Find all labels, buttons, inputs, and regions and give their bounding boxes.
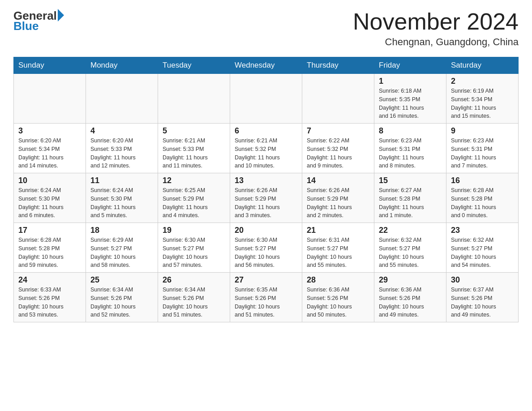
day-number: 3 xyxy=(18,126,81,136)
day-number: 27 xyxy=(235,275,297,285)
day-number: 10 xyxy=(18,176,81,185)
day-number: 8 xyxy=(379,126,442,136)
day-info: Sunrise: 6:34 AM Sunset: 5:26 PM Dayligh… xyxy=(90,286,153,319)
day-number: 28 xyxy=(307,275,369,285)
day-info: Sunrise: 6:21 AM Sunset: 5:32 PM Dayligh… xyxy=(235,137,297,170)
table-row: 11Sunrise: 6:24 AM Sunset: 5:30 PM Dayli… xyxy=(86,173,158,223)
day-number: 13 xyxy=(235,176,297,185)
table-row: 27Sunrise: 6:35 AM Sunset: 5:26 PM Dayli… xyxy=(230,273,302,322)
day-number: 5 xyxy=(163,126,225,136)
table-row: 2Sunrise: 6:19 AM Sunset: 5:34 PM Daylig… xyxy=(446,74,519,124)
day-info: Sunrise: 6:32 AM Sunset: 5:27 PM Dayligh… xyxy=(451,236,514,270)
day-info: Sunrise: 6:24 AM Sunset: 5:30 PM Dayligh… xyxy=(90,186,153,220)
table-row: 1Sunrise: 6:18 AM Sunset: 5:35 PM Daylig… xyxy=(374,74,446,124)
table-row: 4Sunrise: 6:20 AM Sunset: 5:33 PM Daylig… xyxy=(86,124,158,173)
table-row: 29Sunrise: 6:36 AM Sunset: 5:26 PM Dayli… xyxy=(374,273,446,322)
header-wednesday: Wednesday xyxy=(230,57,302,74)
page-header: General Blue November 2024 Chengnan, Gua… xyxy=(13,9,519,48)
day-number: 30 xyxy=(451,275,514,285)
day-number: 15 xyxy=(379,176,442,185)
week-row-1: 1Sunrise: 6:18 AM Sunset: 5:35 PM Daylig… xyxy=(14,74,519,124)
day-info: Sunrise: 6:26 AM Sunset: 5:29 PM Dayligh… xyxy=(307,186,369,220)
table-row: 12Sunrise: 6:25 AM Sunset: 5:29 PM Dayli… xyxy=(158,173,230,223)
day-number: 4 xyxy=(90,126,153,136)
day-number: 2 xyxy=(451,77,514,86)
table-row: 5Sunrise: 6:21 AM Sunset: 5:33 PM Daylig… xyxy=(158,124,230,173)
day-number: 14 xyxy=(307,176,369,185)
day-info: Sunrise: 6:33 AM Sunset: 5:26 PM Dayligh… xyxy=(18,286,81,319)
day-number: 20 xyxy=(235,226,297,235)
table-row: 6Sunrise: 6:21 AM Sunset: 5:32 PM Daylig… xyxy=(230,124,302,173)
table-row: 16Sunrise: 6:28 AM Sunset: 5:28 PM Dayli… xyxy=(446,173,519,223)
day-info: Sunrise: 6:27 AM Sunset: 5:28 PM Dayligh… xyxy=(379,186,442,220)
table-row: 17Sunrise: 6:28 AM Sunset: 5:28 PM Dayli… xyxy=(14,223,86,273)
header-thursday: Thursday xyxy=(302,57,374,74)
day-info: Sunrise: 6:30 AM Sunset: 5:27 PM Dayligh… xyxy=(235,236,297,270)
day-info: Sunrise: 6:23 AM Sunset: 5:31 PM Dayligh… xyxy=(451,137,514,170)
day-number: 17 xyxy=(18,226,81,235)
day-info: Sunrise: 6:36 AM Sunset: 5:26 PM Dayligh… xyxy=(379,286,442,319)
table-row: 15Sunrise: 6:27 AM Sunset: 5:28 PM Dayli… xyxy=(374,173,446,223)
day-number: 24 xyxy=(18,275,81,285)
day-info: Sunrise: 6:26 AM Sunset: 5:29 PM Dayligh… xyxy=(235,186,297,220)
day-info: Sunrise: 6:20 AM Sunset: 5:33 PM Dayligh… xyxy=(90,137,153,170)
table-row: 26Sunrise: 6:34 AM Sunset: 5:26 PM Dayli… xyxy=(158,273,230,322)
logo: General Blue xyxy=(13,9,64,33)
table-row: 8Sunrise: 6:23 AM Sunset: 5:31 PM Daylig… xyxy=(374,124,446,173)
day-number: 29 xyxy=(379,275,442,285)
day-info: Sunrise: 6:28 AM Sunset: 5:28 PM Dayligh… xyxy=(451,186,514,220)
day-number: 23 xyxy=(451,226,514,235)
table-row: 7Sunrise: 6:22 AM Sunset: 5:32 PM Daylig… xyxy=(302,124,374,173)
table-row: 21Sunrise: 6:31 AM Sunset: 5:27 PM Dayli… xyxy=(302,223,374,273)
day-info: Sunrise: 6:25 AM Sunset: 5:29 PM Dayligh… xyxy=(163,186,225,220)
header-monday: Monday xyxy=(86,57,158,74)
header-friday: Friday xyxy=(374,57,446,74)
table-row: 30Sunrise: 6:37 AM Sunset: 5:26 PM Dayli… xyxy=(446,273,519,322)
month-title: November 2024 xyxy=(353,9,519,34)
day-info: Sunrise: 6:30 AM Sunset: 5:27 PM Dayligh… xyxy=(163,236,225,270)
day-info: Sunrise: 6:28 AM Sunset: 5:28 PM Dayligh… xyxy=(18,236,81,270)
day-number: 18 xyxy=(90,226,153,235)
header-sunday: Sunday xyxy=(14,57,86,74)
logo-blue-text: Blue xyxy=(13,19,64,33)
week-row-3: 10Sunrise: 6:24 AM Sunset: 5:30 PM Dayli… xyxy=(14,173,519,223)
day-info: Sunrise: 6:20 AM Sunset: 5:34 PM Dayligh… xyxy=(18,137,81,170)
table-row: 24Sunrise: 6:33 AM Sunset: 5:26 PM Dayli… xyxy=(14,273,86,322)
day-info: Sunrise: 6:37 AM Sunset: 5:26 PM Dayligh… xyxy=(451,286,514,319)
header-saturday: Saturday xyxy=(446,57,519,74)
table-row xyxy=(302,74,374,124)
day-info: Sunrise: 6:36 AM Sunset: 5:26 PM Dayligh… xyxy=(307,286,369,319)
day-number: 9 xyxy=(451,126,514,136)
table-row: 22Sunrise: 6:32 AM Sunset: 5:27 PM Dayli… xyxy=(374,223,446,273)
table-row: 13Sunrise: 6:26 AM Sunset: 5:29 PM Dayli… xyxy=(230,173,302,223)
weekday-header-row: Sunday Monday Tuesday Wednesday Thursday… xyxy=(14,57,519,74)
table-row: 14Sunrise: 6:26 AM Sunset: 5:29 PM Dayli… xyxy=(302,173,374,223)
week-row-4: 17Sunrise: 6:28 AM Sunset: 5:28 PM Dayli… xyxy=(14,223,519,273)
week-row-5: 24Sunrise: 6:33 AM Sunset: 5:26 PM Dayli… xyxy=(14,273,519,322)
day-number: 22 xyxy=(379,226,442,235)
table-row: 25Sunrise: 6:34 AM Sunset: 5:26 PM Dayli… xyxy=(86,273,158,322)
day-number: 19 xyxy=(163,226,225,235)
table-row: 10Sunrise: 6:24 AM Sunset: 5:30 PM Dayli… xyxy=(14,173,86,223)
day-number: 16 xyxy=(451,176,514,185)
table-row: 23Sunrise: 6:32 AM Sunset: 5:27 PM Dayli… xyxy=(446,223,519,273)
day-number: 25 xyxy=(90,275,153,285)
day-number: 21 xyxy=(307,226,369,235)
table-row: 20Sunrise: 6:30 AM Sunset: 5:27 PM Dayli… xyxy=(230,223,302,273)
day-info: Sunrise: 6:24 AM Sunset: 5:30 PM Dayligh… xyxy=(18,186,81,220)
calendar-table: Sunday Monday Tuesday Wednesday Thursday… xyxy=(13,57,519,322)
title-area: November 2024 Chengnan, Guangdong, China xyxy=(353,9,519,48)
table-row xyxy=(86,74,158,124)
table-row: 28Sunrise: 6:36 AM Sunset: 5:26 PM Dayli… xyxy=(302,273,374,322)
table-row: 19Sunrise: 6:30 AM Sunset: 5:27 PM Dayli… xyxy=(158,223,230,273)
location-title: Chengnan, Guangdong, China xyxy=(353,36,519,48)
day-number: 7 xyxy=(307,126,369,136)
table-row xyxy=(230,74,302,124)
day-number: 11 xyxy=(90,176,153,185)
table-row: 9Sunrise: 6:23 AM Sunset: 5:31 PM Daylig… xyxy=(446,124,519,173)
table-row: 3Sunrise: 6:20 AM Sunset: 5:34 PM Daylig… xyxy=(14,124,86,173)
day-number: 12 xyxy=(163,176,225,185)
table-row xyxy=(158,74,230,124)
day-info: Sunrise: 6:21 AM Sunset: 5:33 PM Dayligh… xyxy=(163,137,225,170)
day-number: 1 xyxy=(379,77,442,86)
